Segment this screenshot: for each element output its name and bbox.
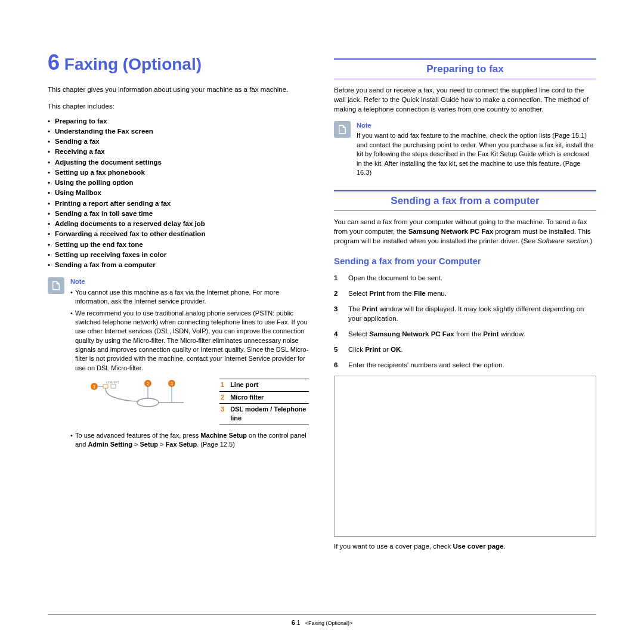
toc-item: Adding documents to a reserved delay fax… <box>48 219 310 229</box>
svg-rect-2 <box>111 385 116 388</box>
note-title: Note <box>357 121 596 130</box>
svg-rect-1 <box>103 385 108 388</box>
step-num: 6 <box>334 360 341 370</box>
toc-item: Setting up receiving faxes in color <box>48 250 310 260</box>
svg-point-6 <box>137 398 159 407</box>
toc-item: Using the polling option <box>48 178 310 188</box>
note-title: Note <box>70 277 310 286</box>
toc-item: Understanding the Fax screen <box>48 126 310 137</box>
toc-item: Sending a fax in toll save time <box>48 209 310 219</box>
note-bullet: You cannot use this machine as a fax via… <box>70 288 310 306</box>
legend-num: 3 <box>219 404 229 425</box>
step-text: Enter the recipients' numbers and select… <box>348 360 504 370</box>
subsection-header: Sending a fax from your Computer <box>334 255 596 267</box>
note-icon <box>48 277 64 294</box>
svg-text:LINE  EXT: LINE EXT <box>106 380 119 384</box>
legend-label: DSL modem / Telephone line <box>229 404 309 425</box>
toc-item: Forwarding a received fax to other desti… <box>48 229 310 239</box>
step-num: 1 <box>334 273 341 283</box>
step-text: The Print window will be displayed. It m… <box>348 304 596 323</box>
toc-item: Adjusting the document settings <box>48 157 310 168</box>
svg-text:3: 3 <box>171 382 173 386</box>
toc-item: Setting up the end fax tone <box>48 240 310 250</box>
step-num: 4 <box>334 329 341 339</box>
note-icon <box>334 121 351 138</box>
chapter-text: Faxing (Optional) <box>64 55 202 73</box>
toc-item: Setting up a fax phonebook <box>48 168 310 178</box>
steps-list: 1Open the document to be sent. 2Select P… <box>334 273 596 370</box>
connection-diagram: LINE EXT 1 2 3 1Line port <box>88 379 310 425</box>
legend-table: 1Line port 2Micro filter 3DSL modem / Te… <box>219 379 309 425</box>
note-body: If you want to add fax feature to the ma… <box>357 131 596 177</box>
screenshot-placeholder <box>334 376 596 537</box>
includes-label: This chapter includes: <box>48 101 310 111</box>
page-footer: 6.1 <Faxing (Optional)> <box>48 614 596 627</box>
toc-item: Preparing to fax <box>48 116 310 126</box>
section-body: You can send a fax from your computer wi… <box>334 217 596 246</box>
note-block: Note If you want to add fax feature to t… <box>334 121 596 177</box>
step-num: 3 <box>334 304 341 323</box>
step-text: Open the document to be sent. <box>348 273 442 283</box>
chapter-title: 6 Faxing (Optional) <box>48 48 310 78</box>
intro-paragraph: This chapter gives you information about… <box>48 85 310 94</box>
step-text: Select Samsung Network PC Fax from the P… <box>348 329 525 339</box>
svg-text:1: 1 <box>93 385 95 389</box>
toc-list: Preparing to fax Understanding the Fax s… <box>48 116 310 271</box>
footer-section: <Faxing (Optional)> <box>305 620 353 626</box>
toc-item: Printing a report after sending a fax <box>48 199 310 209</box>
toc-item: Receiving a fax <box>48 147 310 157</box>
step-num: 2 <box>334 289 341 298</box>
legend-label: Micro filter <box>229 391 309 403</box>
toc-item: Sending a fax <box>48 137 310 147</box>
step-text: Click Print or OK. <box>348 345 402 354</box>
toc-item: Using Mailbox <box>48 188 310 198</box>
chapter-number: 6 <box>48 50 60 75</box>
step-text: Select Print from the File menu. <box>348 289 447 298</box>
section-header-sending-computer: Sending a fax from a computer <box>334 190 596 211</box>
footer-page: .1 <box>295 620 300 626</box>
diagram-svg: LINE EXT 1 2 3 <box>88 379 208 414</box>
step-num: 5 <box>334 345 341 354</box>
section-body: Before you send or receive a fax, you ne… <box>334 85 596 114</box>
legend-label: Line port <box>229 379 309 391</box>
note-bullet: We recommend you to use traditional anal… <box>70 309 310 373</box>
svg-text:2: 2 <box>147 382 149 386</box>
toc-item: Sending a fax from a computer <box>48 260 310 270</box>
note-block: Note You cannot use this machine as a fa… <box>48 277 310 451</box>
cover-page-text: If you want to use a cover page, check U… <box>334 541 596 551</box>
legend-num: 2 <box>219 391 229 403</box>
legend-num: 1 <box>219 379 229 391</box>
note-bullet: To use advanced features of the fax, pre… <box>70 431 310 450</box>
section-header-preparing: Preparing to fax <box>334 58 596 79</box>
